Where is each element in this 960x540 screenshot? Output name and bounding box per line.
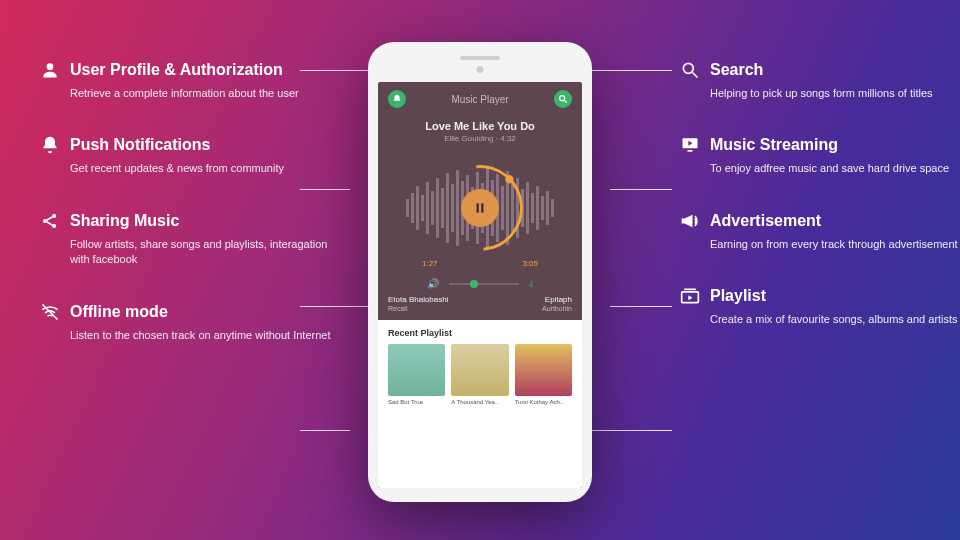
feature-desc: To enjoy adfree music and save hard driv… — [710, 161, 960, 176]
feature-desc: Earning on from every track through adve… — [710, 237, 960, 252]
album-art — [451, 344, 508, 396]
volume-slider[interactable] — [449, 283, 519, 285]
feature-desc: Retrieve a complete information about th… — [70, 86, 340, 101]
feature-music-streaming: Music Streaming To enjoy adfree music an… — [680, 135, 960, 176]
playlist-card[interactable]: A Thousand Yea... — [451, 344, 508, 405]
connector-line — [300, 430, 350, 431]
app-screen: Music Player Love Me Like You Do Ellie G… — [378, 82, 582, 488]
svg-line-6 — [693, 73, 698, 78]
feature-title: Offline mode — [70, 303, 168, 321]
feature-desc: Create a mix of favourite songs, albums … — [710, 312, 960, 327]
play-pause-button[interactable] — [461, 189, 499, 227]
app-topbar: Music Player — [378, 82, 582, 116]
recent-playlist-section: Recent Playlist Sad But True A Thousand … — [378, 320, 582, 488]
svg-rect-15 — [477, 203, 479, 212]
queue-item[interactable]: Epitaph Aurthohin — [483, 295, 572, 312]
playlist-card[interactable]: Sad But True — [388, 344, 445, 405]
svg-rect-9 — [688, 150, 693, 152]
queue-item[interactable]: Etota Bhalobashi Recall — [388, 295, 477, 312]
connector-line — [610, 306, 672, 307]
feature-desc: Follow artists, share songs and playlist… — [70, 237, 340, 268]
volume-icon[interactable]: 🔊 — [427, 278, 439, 289]
feature-title: User Profile & Authorization — [70, 61, 283, 79]
svg-point-13 — [560, 96, 565, 101]
svg-rect-16 — [481, 203, 483, 212]
phone-mockup: Music Player Love Me Like You Do Ellie G… — [368, 42, 592, 502]
feature-title: Playlist — [710, 287, 766, 305]
svg-point-5 — [683, 63, 693, 73]
queue-title: Epitaph — [483, 295, 572, 304]
feature-sharing-music: Sharing Music Follow artists, share song… — [40, 211, 340, 268]
playlist-icon — [680, 286, 700, 306]
feature-column-left: User Profile & Authorization Retrieve a … — [40, 60, 340, 377]
track-title: Love Me Like You Do — [378, 120, 582, 132]
queue-sub: Recall — [388, 305, 477, 312]
streaming-icon — [680, 135, 700, 155]
feature-desc: Get recent updates & news from community — [70, 161, 340, 176]
feature-search: Search Helping to pick up songs form mil… — [680, 60, 960, 101]
app-title: Music Player — [451, 94, 508, 105]
queue-sub: Aurthohin — [483, 305, 572, 312]
feature-column-right: Search Helping to pick up songs form mil… — [680, 60, 960, 362]
recent-header: Recent Playlist — [388, 328, 572, 338]
playlist-caption: Sad But True — [388, 399, 445, 405]
megaphone-icon — [680, 211, 700, 231]
search-icon — [680, 60, 700, 80]
now-playing: Love Me Like You Do Ellie Goulding · 4:3… — [378, 120, 582, 143]
queue-title: Etota Bhalobashi — [388, 295, 477, 304]
feature-push-notifications: Push Notifications Get recent updates & … — [40, 135, 340, 176]
feature-offline-mode: Offline mode Listen to the chosen track … — [40, 302, 340, 343]
user-icon — [40, 60, 60, 80]
track-meta: Ellie Goulding · 4:32 — [378, 134, 582, 143]
feature-desc: Listen to the chosen track on anytime wi… — [70, 328, 340, 343]
feature-advertisement: Advertisement Earning on from every trac… — [680, 211, 960, 252]
queue-row: Etota Bhalobashi Recall Epitaph Aurthohi… — [378, 289, 582, 312]
feature-title: Sharing Music — [70, 212, 179, 230]
album-art — [515, 344, 572, 396]
feature-playlist: Playlist Create a mix of favourite songs… — [680, 286, 960, 327]
connector-line — [610, 189, 672, 190]
feature-user-profile: User Profile & Authorization Retrieve a … — [40, 60, 340, 101]
visualizer — [378, 149, 582, 267]
bell-icon — [40, 135, 60, 155]
svg-point-0 — [47, 63, 54, 70]
feature-title: Push Notifications — [70, 136, 210, 154]
share-icon — [40, 211, 60, 231]
share-button[interactable]: ⫰ — [529, 278, 534, 289]
notifications-button[interactable] — [388, 90, 406, 108]
connector-line — [300, 189, 350, 190]
playlist-caption: A Thousand Yea... — [451, 399, 508, 405]
wifi-off-icon — [40, 302, 60, 322]
recent-thumbs: Sad But True A Thousand Yea... Tumi Koth… — [388, 344, 572, 405]
feature-title: Search — [710, 61, 763, 79]
feature-title: Music Streaming — [710, 136, 838, 154]
feature-desc: Helping to pick up songs form millions o… — [710, 86, 960, 101]
control-row: 🔊 ⫰ — [378, 278, 582, 289]
svg-marker-11 — [688, 295, 692, 300]
svg-line-14 — [564, 100, 567, 103]
playlist-card[interactable]: Tumi Kothay Ach... — [515, 344, 572, 405]
playlist-caption: Tumi Kothay Ach... — [515, 399, 572, 405]
search-button[interactable] — [554, 90, 572, 108]
album-art — [388, 344, 445, 396]
feature-title: Advertisement — [710, 212, 821, 230]
